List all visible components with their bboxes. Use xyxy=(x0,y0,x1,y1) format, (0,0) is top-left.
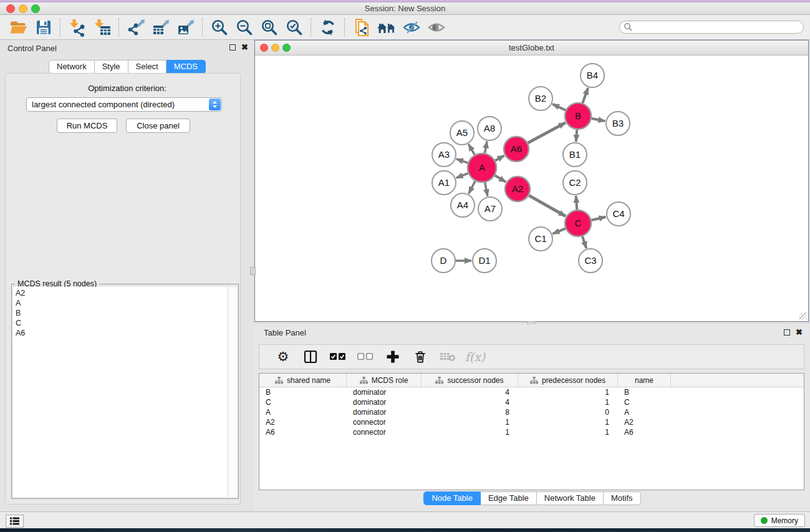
import-network-icon[interactable] xyxy=(65,17,90,38)
network-canvas[interactable]: AA2A6BCA1A3A4A5A7A8B1B2B3B4C1C2C3C4DD1 xyxy=(255,56,808,321)
cell-predecessor-nodes[interactable]: 1 xyxy=(518,428,618,437)
run-mcds-button[interactable]: Run MCDS xyxy=(57,118,117,133)
node-C2[interactable]: C2 xyxy=(563,171,587,195)
open-session-icon[interactable] xyxy=(6,17,31,38)
cell-mcds-role[interactable]: dominator xyxy=(347,388,422,397)
table-row[interactable]: A6connector11A6 xyxy=(259,427,804,437)
export-image-icon[interactable] xyxy=(173,17,198,38)
node-A8[interactable]: A8 xyxy=(478,117,501,140)
deselect-all-icon[interactable] xyxy=(352,353,379,360)
style-preview-icon[interactable] xyxy=(399,17,424,38)
column-header-shared-name[interactable]: shared name xyxy=(259,374,347,387)
cell-predecessor-nodes[interactable]: 0 xyxy=(518,408,618,417)
network-window-titlebar[interactable]: testGlobe.txt xyxy=(255,41,808,56)
edge-B-B1[interactable] xyxy=(576,130,577,142)
cell-predecessor-nodes[interactable]: 1 xyxy=(518,388,618,397)
criterion-select[interactable]: largest connected component (directed) xyxy=(26,97,222,112)
edge-A-A7[interactable] xyxy=(485,183,488,196)
edge-A-A8[interactable] xyxy=(485,142,487,153)
cell-mcds-role[interactable]: connector xyxy=(347,418,422,427)
new-network-from-selection-icon[interactable] xyxy=(349,17,374,38)
cell-predecessor-nodes[interactable]: 1 xyxy=(518,418,618,427)
mcds-result-list[interactable]: A2ABCA6 xyxy=(13,287,228,497)
edge-B-B2[interactable] xyxy=(552,104,566,110)
table-row[interactable]: A2connector11A2 xyxy=(259,417,804,427)
close-panel-icon[interactable]: ✖ xyxy=(796,329,803,336)
node-B[interactable]: B xyxy=(565,103,591,129)
edge-C-C3[interactable] xyxy=(582,236,586,248)
cell-successor-nodes[interactable]: 1 xyxy=(422,418,518,427)
result-item[interactable]: A2 xyxy=(16,288,228,298)
node-B4[interactable]: B4 xyxy=(581,64,604,87)
function-builder-icon[interactable]: f(x) xyxy=(461,350,489,364)
tab-mcds[interactable]: MCDS xyxy=(166,60,206,74)
node-A3[interactable]: A3 xyxy=(432,143,456,167)
result-item[interactable]: B xyxy=(16,308,228,318)
export-network-icon[interactable] xyxy=(123,17,148,38)
node-C3[interactable]: C3 xyxy=(579,249,602,273)
zoom-in-icon[interactable] xyxy=(207,17,232,38)
add-column-icon[interactable] xyxy=(379,350,407,364)
edge-A-A5[interactable] xyxy=(468,144,475,155)
node-D1[interactable]: D1 xyxy=(473,249,496,273)
result-item[interactable]: A xyxy=(16,298,228,308)
edge-B-B4[interactable] xyxy=(582,88,588,103)
cell-mcds-role[interactable]: dominator xyxy=(347,408,422,417)
tab-node-table[interactable]: Node Table xyxy=(423,491,481,505)
cell-mcds-role[interactable]: dominator xyxy=(347,398,422,407)
app-titlebar[interactable]: Session: New Session xyxy=(0,2,810,15)
node-C4[interactable]: C4 xyxy=(607,202,630,226)
cell-successor-nodes[interactable]: 4 xyxy=(422,388,518,397)
show-panels-button[interactable] xyxy=(6,515,24,528)
edge-C-C4[interactable] xyxy=(591,217,605,220)
cell-shared-name[interactable]: A6 xyxy=(259,428,347,437)
tab-edge-table[interactable]: Edge Table xyxy=(481,491,537,505)
close-panel-icon[interactable]: ✖ xyxy=(241,44,248,51)
search-input[interactable] xyxy=(619,21,804,34)
table-row[interactable]: Bdominator41B xyxy=(259,387,804,397)
node-B3[interactable]: B3 xyxy=(606,112,630,135)
settings-gear-icon[interactable]: ⚙ xyxy=(269,351,297,363)
node-D[interactable]: D xyxy=(432,249,455,273)
edge-A2-C[interactable] xyxy=(529,195,566,216)
edge-C-C1[interactable] xyxy=(552,228,565,233)
node-C1[interactable]: C1 xyxy=(529,227,552,251)
result-scrollbar[interactable] xyxy=(228,287,237,497)
node-B1[interactable]: B1 xyxy=(563,143,587,167)
edge-A-A1[interactable] xyxy=(456,173,468,178)
cell-shared-name[interactable]: C xyxy=(259,398,347,407)
cell-shared-name[interactable]: A xyxy=(259,408,347,417)
edge-A-A3[interactable] xyxy=(456,159,468,163)
column-header-mcds-role[interactable]: MCDS role xyxy=(347,374,422,387)
edge-C-C2[interactable] xyxy=(576,196,577,210)
first-neighbors-icon[interactable] xyxy=(374,17,399,38)
zoom-selected-icon[interactable] xyxy=(282,17,307,38)
select-all-icon[interactable] xyxy=(324,353,352,360)
vertical-divider-handle[interactable] xyxy=(250,267,256,275)
save-session-icon[interactable] xyxy=(31,17,56,38)
zoom-out-icon[interactable] xyxy=(232,17,257,38)
node-A2[interactable]: A2 xyxy=(505,177,530,201)
cell-name[interactable]: B xyxy=(618,388,671,397)
edge-A-A6[interactable] xyxy=(495,156,504,161)
node-A1[interactable]: A1 xyxy=(432,171,456,195)
table-row[interactable]: Cdominator41C xyxy=(259,397,804,407)
cell-successor-nodes[interactable]: 8 xyxy=(422,408,518,417)
cell-successor-nodes[interactable]: 4 xyxy=(422,398,518,407)
node-A7[interactable]: A7 xyxy=(478,197,502,221)
column-header-successor-nodes[interactable]: successor nodes xyxy=(422,374,518,387)
zoom-fit-icon[interactable] xyxy=(257,17,282,38)
node-A5[interactable]: A5 xyxy=(450,121,474,145)
node-B2[interactable]: B2 xyxy=(529,87,552,110)
delete-table-icon[interactable] xyxy=(434,351,461,362)
edge-A6-B[interactable] xyxy=(528,123,566,143)
column-header-predecessor-nodes[interactable]: predecessor nodes xyxy=(518,374,618,387)
result-item[interactable]: C xyxy=(16,318,228,328)
show-hide-graphics-icon[interactable] xyxy=(424,17,449,38)
tab-select[interactable]: Select xyxy=(128,60,166,74)
column-visibility-icon[interactable] xyxy=(297,350,324,364)
memory-button[interactable]: Memory xyxy=(754,514,805,527)
cell-name[interactable]: A2 xyxy=(618,418,671,427)
cell-successor-nodes[interactable]: 1 xyxy=(422,428,518,437)
resize-grip-icon[interactable] xyxy=(799,312,807,320)
